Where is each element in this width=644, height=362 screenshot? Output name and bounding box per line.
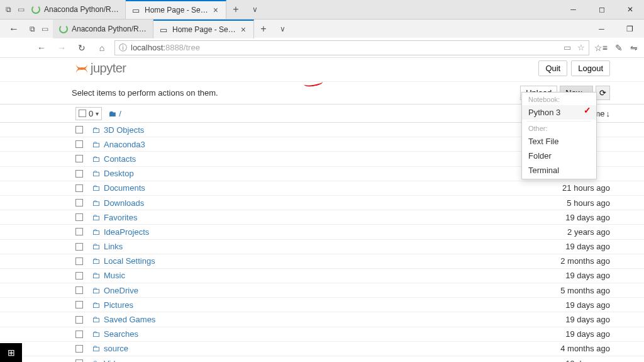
file-link[interactable]: 🗀source [92, 344, 128, 353]
file-modified: 2 years ago [567, 227, 610, 237]
refresh-button[interactable]: ↻ [74, 40, 89, 55]
checkbox-icon[interactable] [75, 170, 83, 178]
dropdown-item-textfile[interactable]: Text File [522, 134, 596, 149]
file-link[interactable]: 🗀Favorites [92, 213, 137, 222]
tab-menu-button[interactable]: ∨ [245, 0, 264, 19]
file-link[interactable]: 🗀Downloads [92, 198, 144, 208]
breadcrumb-root: / [119, 109, 121, 118]
favorites-icon[interactable]: ☆≡ [594, 43, 608, 53]
checkbox-icon[interactable] [75, 316, 83, 324]
checkbox-icon[interactable] [75, 345, 83, 353]
checkbox-icon[interactable] [75, 126, 83, 133]
file-link[interactable]: 🗀OneDrive [92, 286, 138, 295]
favorite-icon[interactable]: ☆ [577, 43, 585, 52]
tab-actions-icon[interactable]: ⧉ [4, 5, 13, 14]
caret-down-icon[interactable]: ▾ [96, 110, 99, 117]
file-link[interactable]: 🗀3D Objects [92, 125, 144, 135]
dropdown-item-python3[interactable]: Python 3 [522, 105, 596, 120]
refresh-list-button[interactable]: ⟳ [596, 86, 610, 100]
breadcrumb[interactable]: 🖿 / [108, 109, 121, 118]
checkbox-icon[interactable] [75, 228, 83, 235]
back-arrow-icon[interactable]: ← [4, 23, 24, 35]
tab-menu-button[interactable]: ∨ [273, 20, 292, 38]
minimize-button[interactable]: ─ [559, 0, 587, 19]
browser-tab-jupyter[interactable]: ▭ Home Page - Select or c × [126, 0, 226, 19]
file-row: 🗀Documents21 hours ago [0, 181, 644, 196]
restore-button[interactable]: ❐ [616, 20, 644, 38]
new-dropdown: Notebook: Python 3 Other: Text File Fold… [521, 92, 597, 179]
checkbox-icon[interactable] [75, 243, 83, 251]
close-icon[interactable]: × [212, 5, 219, 15]
file-link[interactable]: 🗀Searches [92, 329, 138, 339]
forward-button[interactable]: → [54, 40, 69, 55]
file-modified: 5 months ago [560, 286, 610, 295]
dropdown-divider [527, 121, 591, 122]
checkbox-icon[interactable] [75, 359, 83, 362]
file-name: Anaconda3 [104, 140, 145, 149]
notes-icon[interactable]: ✎ [615, 43, 623, 53]
checkbox-icon[interactable] [75, 331, 83, 338]
address-input[interactable]: ⓘ localhost:8888/tree ▭ ☆ [114, 40, 589, 55]
dropdown-section-notebook: Notebook: [522, 94, 596, 105]
tab-actions-icon[interactable]: ⧉ [28, 25, 36, 33]
file-link[interactable]: 🗀Links [92, 242, 123, 251]
file-name: Pictures [104, 300, 133, 310]
folder-icon: 🗀 [92, 227, 100, 237]
windows-start[interactable]: ⊞ [0, 343, 22, 362]
jupyter-logo[interactable]: jupyter [75, 61, 126, 76]
close-button[interactable]: ✕ [616, 0, 644, 19]
quit-button[interactable]: Quit [538, 60, 567, 76]
maximize-button[interactable]: ◻ [587, 0, 616, 19]
tab-preview-icon[interactable]: ▭ [16, 5, 25, 14]
file-link[interactable]: 🗀Contacts [92, 154, 136, 164]
home-button[interactable]: ⌂ [94, 40, 109, 55]
minimize-button[interactable]: ─ [587, 20, 616, 38]
back-button[interactable]: ← [34, 40, 49, 55]
jupyter-logo-text: jupyter [91, 61, 126, 76]
file-modified: 19 days ago [565, 300, 610, 310]
share-icon[interactable]: ⇋ [630, 43, 638, 53]
file-row: 🗀Videos19 days ago [0, 356, 644, 362]
checkbox-icon[interactable] [79, 110, 86, 117]
file-link[interactable]: 🗀Music [92, 271, 125, 280]
new-tab-button[interactable]: + [254, 20, 273, 38]
close-icon[interactable]: × [240, 25, 247, 35]
file-name: source [104, 344, 128, 353]
info-icon[interactable]: ⓘ [119, 42, 127, 54]
page-icon: ▭ [160, 25, 169, 34]
checkbox-icon[interactable] [75, 257, 83, 265]
checkbox-icon[interactable] [75, 155, 83, 162]
file-row: 🗀Saved Games19 days ago [0, 312, 644, 327]
new-tab-button[interactable]: + [226, 0, 245, 19]
folder-icon: 🗀 [92, 242, 100, 251]
file-link[interactable]: 🗀Videos [92, 359, 129, 362]
folder-icon: 🗀 [92, 286, 100, 295]
dropdown-item-folder[interactable]: Folder [522, 149, 596, 163]
file-link[interactable]: 🗀Saved Games [92, 315, 155, 324]
checkbox-icon[interactable] [75, 140, 83, 148]
file-link[interactable]: 🗀Local Settings [92, 256, 155, 266]
checkbox-icon[interactable] [75, 184, 83, 192]
file-link[interactable]: 🗀IdeaProjects [92, 227, 149, 237]
file-link[interactable]: 🗀Documents [92, 183, 145, 193]
checkbox-icon[interactable] [75, 213, 83, 221]
select-all-group[interactable]: 0 ▾ [75, 107, 102, 120]
checkbox-icon[interactable] [75, 301, 83, 308]
address-bar-row: ← → ↻ ⌂ ⓘ localhost:8888/tree ▭ ☆ ☆≡ ✎ ⇋ [0, 38, 644, 58]
dropdown-item-terminal[interactable]: Terminal [522, 163, 596, 178]
logout-button[interactable]: Logout [571, 60, 610, 76]
reading-view-icon[interactable]: ▭ [564, 43, 571, 52]
file-link[interactable]: 🗀Desktop [92, 169, 134, 178]
file-row: 🗀Music19 days ago [0, 269, 644, 283]
file-modified: 19 days ago [565, 213, 610, 222]
secondary-tab-jupyter[interactable]: ▭ Home Page - Select or c × [153, 20, 254, 38]
secondary-tab-anaconda[interactable]: Anaconda Python/R Distribu [53, 20, 153, 38]
file-link[interactable]: 🗀Pictures [92, 300, 133, 310]
checkbox-icon[interactable] [75, 286, 83, 294]
checkbox-icon[interactable] [75, 272, 83, 280]
tab-preview-icon[interactable]: ▭ [40, 25, 49, 33]
file-link[interactable]: 🗀Anaconda3 [92, 140, 145, 149]
checkbox-icon[interactable] [75, 199, 83, 206]
dropdown-section-other: Other: [522, 123, 596, 134]
browser-tab-anaconda[interactable]: Anaconda Python/R Distribu [25, 0, 126, 19]
